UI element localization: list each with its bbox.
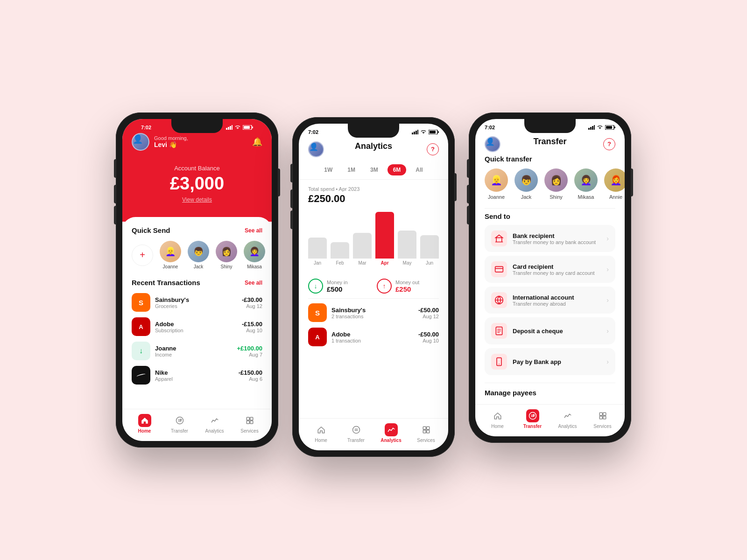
help-button-analytics[interactable]: ? bbox=[427, 143, 439, 155]
transfer-icon-2 bbox=[352, 426, 360, 434]
contact-joanne[interactable]: 👱‍♀️ Joanne bbox=[160, 241, 181, 269]
qt-avatar-mikasa: 👩‍🦱 bbox=[574, 168, 598, 192]
status-bar-home: 7:02 bbox=[132, 119, 262, 133]
tx-nike[interactable]: Nike Apparel -£150.00 Aug 6 bbox=[132, 366, 262, 385]
nav-analytics-home[interactable]: Home bbox=[303, 423, 338, 443]
filter-all[interactable]: All bbox=[410, 164, 428, 175]
transfer-nav-icon-transfer bbox=[526, 409, 539, 422]
bell-icon[interactable]: 🔔 bbox=[252, 137, 262, 147]
send-option-international[interactable]: International account Transfer money abr… bbox=[485, 287, 615, 314]
svg-rect-31 bbox=[495, 266, 503, 272]
view-details-link[interactable]: View details bbox=[132, 196, 262, 203]
send-option-card[interactable]: Card recipient Transfer money to any car… bbox=[485, 256, 615, 283]
tx-sub-joanne: Income bbox=[155, 352, 232, 357]
user-avatar-transfer[interactable]: 👤 bbox=[485, 136, 500, 152]
nav-analytics-transfer[interactable]: Transfer bbox=[338, 423, 374, 443]
filter-1m[interactable]: 1M bbox=[342, 164, 361, 175]
nav-home[interactable]: Home bbox=[127, 414, 162, 434]
quick-transfer-contacts: 👱‍♀️ Joanne 👦 Jack 👩 Shiny 👩‍🦱 Mikasa bbox=[485, 168, 615, 200]
bank-recipient-text: Bank recipient Transfer money to any ban… bbox=[513, 232, 601, 245]
tx-amount-col-sainsburys: -£30.00 Aug 12 bbox=[242, 296, 262, 309]
bank-recipient-name: Bank recipient bbox=[513, 232, 601, 239]
svg-rect-30 bbox=[614, 126, 615, 128]
wifi-icon-2 bbox=[420, 130, 427, 134]
analytics-title: Analytics bbox=[308, 141, 439, 151]
tx-adobe[interactable]: A Adobe Subscription -£15.00 Aug 10 bbox=[132, 317, 262, 336]
analytics-tx-name-adobe: Adobe bbox=[331, 331, 414, 338]
home-icon bbox=[141, 416, 149, 425]
bar-jun: Jun bbox=[420, 235, 439, 266]
quick-send-see-all[interactable]: See all bbox=[245, 227, 262, 234]
recent-tx-see-all[interactable]: See all bbox=[245, 280, 262, 286]
chart-amount: £250.00 bbox=[308, 193, 439, 205]
international-name: International account bbox=[513, 294, 601, 301]
nav-analytics[interactable]: Analytics bbox=[197, 414, 232, 434]
money-out-label: Money out bbox=[395, 280, 419, 285]
svg-rect-25 bbox=[590, 127, 592, 130]
bar-apr-bar bbox=[375, 212, 394, 259]
bar-chart: Jan Feb Mar Apr bbox=[308, 211, 439, 267]
filter-3m[interactable]: 3M bbox=[365, 164, 384, 175]
bar-apr[interactable]: Apr bbox=[375, 212, 394, 266]
analytics-tx-adobe[interactable]: A Adobe 1 transaction -£50.00 Aug 10 bbox=[308, 328, 439, 346]
qt-contact-annie[interactable]: 👩‍🦰 Annie bbox=[604, 168, 625, 200]
svg-rect-29 bbox=[606, 126, 612, 129]
nav-transfer-transfer[interactable]: Transfer bbox=[515, 409, 550, 429]
svg-rect-23 bbox=[426, 430, 429, 433]
analytics-tx-sainsburys[interactable]: S Sainsbury's 2 transactions -£50.00 Aug… bbox=[308, 303, 439, 322]
avatar[interactable]: 👤 bbox=[132, 133, 149, 151]
tx-name-sainsburys: Sainsbury's bbox=[155, 296, 237, 303]
nav-transfer-services[interactable]: Services bbox=[585, 409, 620, 429]
qt-avatar-annie: 👩‍🦰 bbox=[604, 168, 625, 192]
balance-amount: £3,000 bbox=[132, 174, 262, 194]
qt-name-joanne: Joanne bbox=[488, 194, 505, 200]
contact-shiny[interactable]: 👩 Shiny bbox=[216, 241, 237, 269]
bottom-nav-analytics: Home Transfer Analytics bbox=[299, 418, 448, 450]
balance-section: Account Balance £3,000 View details bbox=[132, 160, 262, 208]
nav-transfer[interactable]: Transfer bbox=[162, 414, 197, 434]
nav-transfer-home[interactable]: Home bbox=[480, 409, 515, 429]
contact-mikasa[interactable]: 👩‍🦱 Mikasa bbox=[244, 241, 265, 269]
help-button-transfer[interactable]: ? bbox=[603, 138, 615, 150]
tx-name-adobe: Adobe bbox=[155, 321, 237, 328]
tx-amount-nike: -£150.00 bbox=[239, 369, 262, 376]
money-in-icon: ↓ bbox=[308, 279, 323, 294]
nav-transfer-analytics[interactable]: Analytics bbox=[550, 409, 585, 429]
qt-contact-shiny[interactable]: 👩 Shiny bbox=[544, 168, 568, 200]
send-option-paybybank[interactable]: Pay by Bank app › bbox=[485, 348, 615, 375]
bar-may: May bbox=[398, 231, 416, 266]
filter-1w[interactable]: 1W bbox=[318, 164, 338, 175]
nike-swoosh-icon bbox=[136, 373, 146, 378]
user-avatar-analytics[interactable]: 👤 bbox=[308, 141, 324, 157]
nav-analytics-analytics[interactable]: Analytics bbox=[374, 423, 409, 443]
nav-transfer-services-label: Services bbox=[593, 424, 611, 429]
tx-name-joanne: Joanne bbox=[155, 345, 232, 352]
nav-services[interactable]: Services bbox=[232, 414, 267, 434]
qt-contact-mikasa[interactable]: 👩‍🦱 Mikasa bbox=[574, 168, 598, 200]
add-contact-button[interactable]: + bbox=[132, 245, 153, 266]
qt-contact-joanne[interactable]: 👱‍♀️ Joanne bbox=[485, 168, 508, 200]
svg-rect-17 bbox=[430, 131, 436, 133]
card-recipient-text: Card recipient Transfer money to any car… bbox=[513, 263, 601, 276]
svg-rect-39 bbox=[599, 416, 602, 419]
send-option-bank[interactable]: Bank recipient Transfer money to any ban… bbox=[485, 225, 615, 252]
svg-rect-10 bbox=[247, 421, 249, 424]
divider-analytics bbox=[308, 298, 439, 299]
analytics-icon-3 bbox=[564, 412, 572, 420]
qt-contact-jack[interactable]: 👦 Jack bbox=[514, 168, 538, 200]
svg-rect-8 bbox=[247, 417, 249, 420]
tx-date-sainsburys: Aug 12 bbox=[242, 303, 262, 309]
filter-6m[interactable]: 6M bbox=[388, 164, 407, 175]
contact-name-mikasa: Mikasa bbox=[247, 264, 262, 269]
tx-sainsburys[interactable]: S Sainsbury's Groceries -£30.00 Aug 12 bbox=[132, 293, 262, 312]
contact-jack[interactable]: 👦 Jack bbox=[188, 241, 209, 269]
nav-analytics-services[interactable]: Services bbox=[409, 423, 444, 443]
send-option-cheque[interactable]: Deposit a cheque › bbox=[485, 317, 615, 344]
tx-icon-adobe: A bbox=[132, 317, 150, 336]
bank-recipient-desc: Transfer money to any bank account bbox=[513, 239, 601, 245]
tx-joanne[interactable]: ↓ Joanne Income +£100.00 Aug 7 bbox=[132, 342, 262, 360]
tx-icon-nike bbox=[132, 366, 150, 385]
send-to-label: Send to bbox=[485, 212, 615, 220]
qt-name-jack: Jack bbox=[521, 194, 532, 200]
international-chevron: › bbox=[606, 296, 609, 304]
